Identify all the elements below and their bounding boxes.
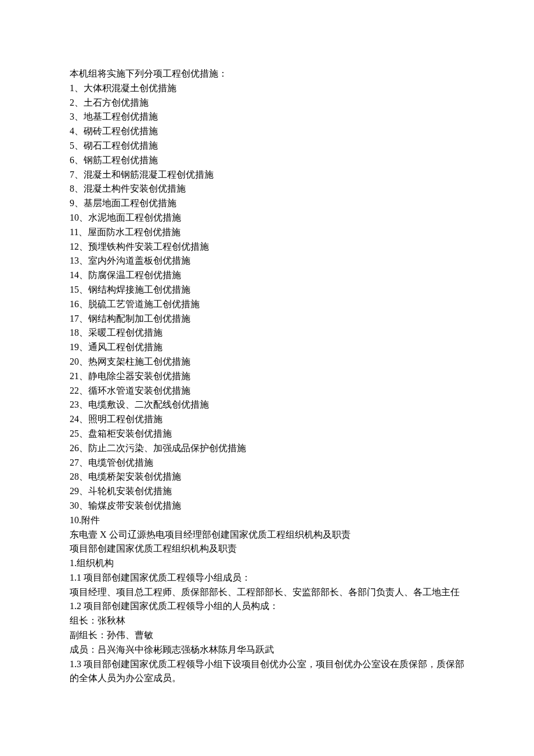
measure-item: 17、钢结构配制加工创优措施 xyxy=(70,312,464,326)
measure-item: 22、循环水管道安装创优措施 xyxy=(70,384,464,398)
measure-item: 14、防腐保温工程创优措施 xyxy=(70,268,464,283)
measure-item: 21、静电除尘器安装创优措施 xyxy=(70,369,464,384)
measure-item: 29、斗轮机安装创优措施 xyxy=(70,484,464,499)
measure-item: 16、脱硫工艺管道施工创优措施 xyxy=(70,297,464,312)
measure-item: 10、水泥地面工程创优措施 xyxy=(70,211,464,225)
measure-item: 11、屋面防水工程创优措施 xyxy=(70,225,464,240)
document-page: 本机组将实施下列分项工程创优措施： 1、大体积混凝土创优措施 2、土石方创优措施… xyxy=(0,0,534,756)
measure-item: 18、采暖工程创优措施 xyxy=(70,326,464,340)
measure-item: 13、室内外沟道盖板创优措施 xyxy=(70,254,464,268)
org-1-1: 1.1 项目部创建国家优质工程领导小组成员： xyxy=(70,571,464,585)
org-1-3: 1.3 项目部创建国家优质工程领导小组下设项目创优办公室，项目创优办公室设在质保… xyxy=(70,657,464,686)
measure-item: 1、大体积混凝土创优措施 xyxy=(70,81,464,96)
measure-item: 8、混凝土构件安装创优措施 xyxy=(70,182,464,196)
measure-item: 2、土石方创优措施 xyxy=(70,96,464,110)
org-heading: 1.组织机构 xyxy=(70,556,464,571)
measure-item: 4、砌砖工程创优措施 xyxy=(70,124,464,139)
appendix-title: 东电壹 X 公司辽源热电项目经理部创建国家优质工程组织机构及职责 xyxy=(70,528,464,542)
measure-item: 9、基层地面工程创优措施 xyxy=(70,196,464,211)
measure-item: 6、钢筋工程创优措施 xyxy=(70,153,464,168)
measure-item: 15、钢结构焊接施工创优措施 xyxy=(70,283,464,297)
members-line: 成员：吕兴海兴中徐彬顾志强杨水林陈月华马跃武 xyxy=(70,643,464,657)
measure-item: 30、输煤皮带安装创优措施 xyxy=(70,499,464,513)
measure-item: 5、砌石工程创优措施 xyxy=(70,139,464,153)
measure-item: 7、混凝土和钢筋混凝工程创优措施 xyxy=(70,168,464,182)
measure-item: 27、电缆管创优措施 xyxy=(70,456,464,470)
appendix-header: 10.附件 xyxy=(70,513,464,528)
measure-item: 24、照明工程创优措施 xyxy=(70,412,464,427)
measure-item: 26、防止二次污染、加强成品保护创优措施 xyxy=(70,441,464,456)
vice-leader-line: 副组长：孙伟、曹敏 xyxy=(70,628,464,643)
leader-line: 组长：张秋林 xyxy=(70,614,464,628)
measure-item: 23、电缆敷设、二次配线创优措施 xyxy=(70,398,464,412)
measure-item: 25、盘箱柜安装创优措施 xyxy=(70,427,464,441)
measure-item: 20、热网支架柱施工创优措施 xyxy=(70,355,464,369)
org-1-1-detail: 项目经理、项目总工程师、质保部部长、工程部部长、安监部部长、各部门负责人、各工地… xyxy=(70,585,464,600)
measure-item: 3、地基工程创优措施 xyxy=(70,110,464,124)
measure-item: 28、电缆桥架安装创优措施 xyxy=(70,470,464,484)
org-1-2: 1.2 项目部创建国家优质工程领导小组的人员构成： xyxy=(70,599,464,614)
intro-line: 本机组将实施下列分项工程创优措施： xyxy=(70,67,464,81)
measure-item: 12、预埋铁构件安装工程创优措施 xyxy=(70,240,464,254)
section-title: 项目部创建国家优质工程组织机构及职责 xyxy=(70,542,464,556)
measure-item: 19、通风工程创优措施 xyxy=(70,340,464,355)
